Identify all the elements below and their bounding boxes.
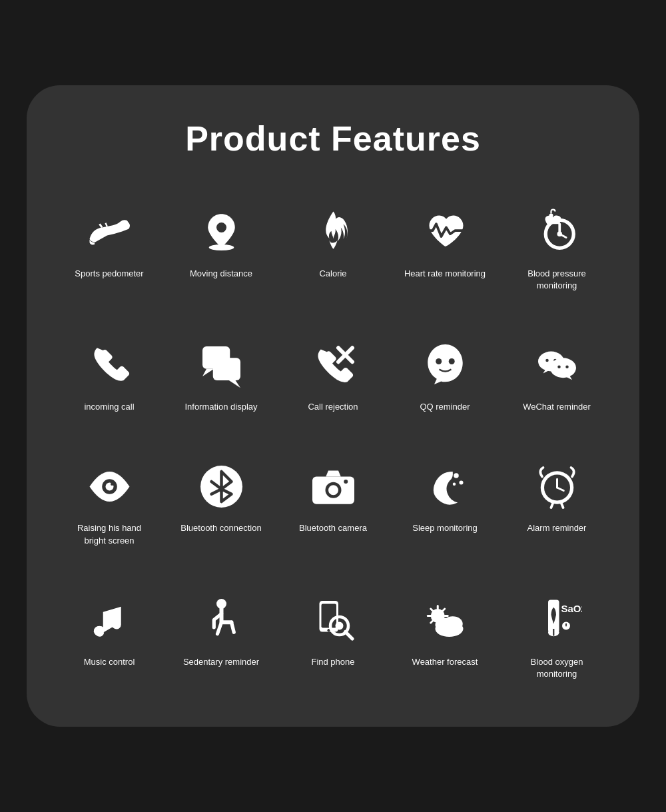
call-rejection-label: Call rejection bbox=[308, 401, 358, 413]
alarm-reminder-icon bbox=[527, 460, 587, 513]
incoming-call-icon bbox=[79, 338, 139, 392]
bluetooth-camera-label: Bluetooth camera bbox=[299, 522, 367, 534]
feature-item-calorie: Calorie bbox=[277, 192, 389, 298]
feature-item-find-phone: Find phone bbox=[277, 580, 389, 687]
feature-item-information-display: Information display bbox=[165, 325, 277, 420]
information-display-label: Information display bbox=[184, 401, 257, 413]
feature-item-bluetooth-camera: Bluetooth camera bbox=[277, 446, 389, 553]
svg-point-31 bbox=[454, 473, 459, 478]
information-display-icon bbox=[191, 338, 251, 392]
music-control-icon bbox=[79, 594, 139, 647]
feature-item-raise-screen: Raising his hand bright screen bbox=[53, 446, 165, 553]
weather-forecast-icon bbox=[415, 594, 475, 647]
svg-line-1 bbox=[105, 223, 107, 226]
feature-item-incoming-call: incoming call bbox=[53, 325, 165, 420]
svg-point-3 bbox=[216, 222, 226, 232]
weather-forecast-label: Weather forecast bbox=[412, 656, 478, 668]
svg-marker-12 bbox=[228, 380, 240, 388]
bluetooth-connection-label: Bluetooth connection bbox=[180, 522, 261, 534]
svg-point-25 bbox=[111, 482, 114, 486]
svg-point-8 bbox=[549, 214, 553, 218]
wechat-reminder-label: WeChat reminder bbox=[523, 401, 591, 413]
svg-point-32 bbox=[459, 480, 463, 484]
feature-item-sleep-monitoring: Sleep monitoring bbox=[389, 446, 501, 553]
svg-line-38 bbox=[551, 502, 553, 508]
page-title: Product Features bbox=[53, 119, 613, 159]
call-rejection-icon bbox=[303, 338, 363, 392]
feature-item-wechat-reminder: WeChat reminder bbox=[501, 325, 613, 420]
bluetooth-camera-icon bbox=[303, 460, 363, 513]
sports-pedometer-label: Sports pedometer bbox=[75, 268, 143, 280]
find-phone-icon bbox=[303, 594, 363, 647]
svg-point-18 bbox=[545, 358, 549, 362]
svg-point-16 bbox=[448, 358, 454, 364]
features-grid: Sports pedometer Moving distance Calorie… bbox=[53, 192, 613, 687]
calorie-label: Calorie bbox=[319, 268, 346, 280]
feature-item-music-control: Music control bbox=[53, 580, 165, 687]
svg-point-29 bbox=[328, 485, 338, 495]
svg-rect-42 bbox=[321, 604, 336, 628]
sleep-monitoring-icon bbox=[415, 460, 475, 513]
blood-oxygen-label: Blood oxygen monitoring bbox=[513, 656, 600, 680]
incoming-call-label: incoming call bbox=[84, 401, 134, 413]
svg-rect-11 bbox=[212, 358, 240, 380]
feature-item-blood-pressure: Blood pressure monitoring bbox=[501, 192, 613, 298]
svg-point-20 bbox=[550, 358, 576, 378]
svg-point-46 bbox=[335, 622, 343, 630]
sleep-monitoring-label: Sleep monitoring bbox=[412, 522, 478, 534]
moving-distance-label: Moving distance bbox=[190, 268, 252, 280]
sedentary-reminder-label: Sedentary reminder bbox=[183, 656, 259, 668]
svg-line-0 bbox=[99, 224, 102, 228]
product-features-card: Product Features Sports pedometer Moving… bbox=[27, 85, 639, 727]
feature-item-blood-oxygen: SaO2 Blood oxygen monitoring bbox=[501, 580, 613, 687]
blood-pressure-label: Blood pressure monitoring bbox=[513, 268, 600, 292]
heart-rate-icon bbox=[415, 205, 475, 258]
qq-reminder-label: QQ reminder bbox=[420, 401, 470, 413]
find-phone-label: Find phone bbox=[311, 656, 354, 668]
svg-point-50 bbox=[442, 617, 462, 632]
qq-reminder-icon bbox=[415, 338, 475, 392]
blood-pressure-icon bbox=[527, 205, 587, 258]
feature-item-weather-forecast: Weather forecast bbox=[389, 580, 501, 687]
music-control-label: Music control bbox=[84, 656, 135, 668]
svg-point-30 bbox=[344, 480, 348, 484]
feature-item-moving-distance: Moving distance bbox=[165, 192, 277, 298]
svg-point-22 bbox=[565, 365, 569, 368]
feature-item-call-rejection: Call rejection bbox=[277, 325, 389, 420]
svg-text:SaO2: SaO2 bbox=[561, 604, 582, 615]
svg-point-15 bbox=[436, 358, 442, 364]
svg-line-45 bbox=[345, 632, 352, 639]
bluetooth-connection-icon bbox=[191, 460, 251, 513]
svg-line-39 bbox=[561, 502, 563, 508]
blood-oxygen-icon: SaO2 bbox=[527, 594, 587, 647]
raise-screen-label: Raising his hand bright screen bbox=[66, 522, 153, 546]
feature-item-sedentary-reminder: Sedentary reminder bbox=[165, 580, 277, 687]
svg-point-21 bbox=[557, 365, 561, 368]
feature-item-bluetooth-connection: Bluetooth connection bbox=[165, 446, 277, 553]
calorie-icon bbox=[303, 205, 363, 258]
feature-item-sports-pedometer: Sports pedometer bbox=[53, 192, 165, 298]
svg-marker-10 bbox=[202, 368, 214, 376]
wechat-reminder-icon bbox=[527, 338, 587, 392]
feature-item-heart-rate: Heart rate monitoring bbox=[389, 192, 501, 298]
feature-item-alarm-reminder: Alarm reminder bbox=[501, 446, 613, 553]
sports-pedometer-icon bbox=[79, 205, 139, 258]
heart-rate-label: Heart rate monitoring bbox=[404, 268, 486, 280]
alarm-reminder-label: Alarm reminder bbox=[527, 522, 587, 534]
sedentary-reminder-icon bbox=[191, 594, 251, 647]
moving-distance-icon bbox=[191, 205, 251, 258]
feature-item-qq-reminder: QQ reminder bbox=[389, 325, 501, 420]
raise-screen-icon bbox=[79, 460, 139, 513]
svg-point-33 bbox=[452, 482, 456, 486]
